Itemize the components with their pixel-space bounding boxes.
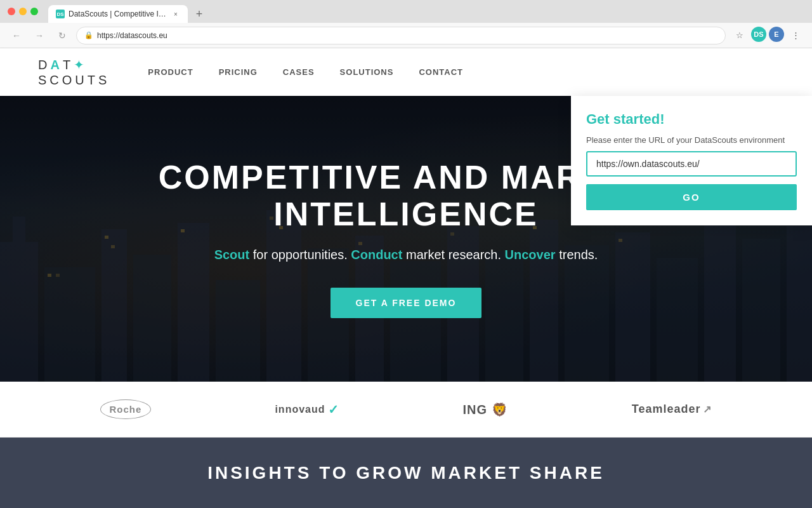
site-nav: DAT✦ SCOUTS PRODUCT PRICING CASES SOLUTI… xyxy=(0,48,812,96)
browser-titlebar: DS DataScouts | Competitive Intel... × + xyxy=(0,0,812,23)
roche-logo: Roche xyxy=(100,399,152,419)
innovaud-logo: innovaud✓ xyxy=(275,402,339,417)
go-button[interactable]: GO xyxy=(586,184,797,210)
nav-cases[interactable]: CASES xyxy=(283,67,315,77)
address-text: https://datascouts.eu xyxy=(97,31,167,40)
hero-uncover: Uncover xyxy=(505,248,556,262)
tab-favicon: DS xyxy=(56,10,65,18)
menu-button[interactable]: ⋮ xyxy=(787,27,804,44)
back-button[interactable]: ← xyxy=(8,27,25,44)
get-demo-button[interactable]: GET A FREE DEMO xyxy=(331,288,482,318)
teamleader-arrow-icon: ↗ xyxy=(703,403,712,415)
nav-contact[interactable]: CONTACT xyxy=(419,67,463,77)
hero-text-2: market research. xyxy=(406,248,505,262)
new-tab-button[interactable]: + xyxy=(190,5,208,23)
website: DAT✦ SCOUTS PRODUCT PRICING CASES SOLUTI… xyxy=(0,48,812,508)
active-tab[interactable]: DS DataScouts | Competitive Intel... × xyxy=(48,5,188,23)
innovaud-check-icon: ✓ xyxy=(328,402,339,417)
popup-label: Please enter the URL of your DataScouts … xyxy=(586,135,797,145)
bottom-title: INSIGHTS TO GROW MARKET SHARE xyxy=(38,463,774,483)
teamleader-logo: Teamleader ↗ xyxy=(632,403,712,416)
get-started-popup: Get started! Please enter the URL of you… xyxy=(571,96,812,225)
traffic-light-green[interactable] xyxy=(30,8,38,15)
bottom-section: INSIGHTS TO GROW MARKET SHARE xyxy=(0,438,812,508)
extension-avatar[interactable]: DS xyxy=(751,27,766,42)
lock-icon: 🔒 xyxy=(84,31,93,39)
browser-chrome: DS DataScouts | Competitive Intel... × +… xyxy=(0,0,812,48)
tab-close-button[interactable]: × xyxy=(171,10,180,18)
clients-bar: Roche innovaud✓ ING 🦁 Teamleader ↗ xyxy=(0,382,812,438)
site-logo[interactable]: DAT✦ SCOUTS xyxy=(38,57,110,88)
traffic-light-yellow[interactable] xyxy=(19,8,27,15)
toolbar-actions: ☆ DS E ⋮ xyxy=(731,27,804,44)
nav-links: PRODUCT PRICING CASES SOLUTIONS CONTACT xyxy=(148,67,463,77)
address-bar[interactable]: 🔒 https://datascouts.eu xyxy=(76,27,726,44)
forward-button[interactable]: → xyxy=(30,27,48,44)
traffic-light-red[interactable] xyxy=(8,8,15,15)
ing-logo: ING 🦁 xyxy=(463,402,508,417)
browser-tabs: DS DataScouts | Competitive Intel... × + xyxy=(48,0,208,23)
hero-text-1: for opportunities. xyxy=(253,248,351,262)
refresh-button[interactable]: ↻ xyxy=(53,27,71,44)
hero-conduct: Conduct xyxy=(351,248,402,262)
profile-avatar-e[interactable]: E xyxy=(769,27,784,42)
hero-scout: Scout xyxy=(214,248,250,262)
hero-text-3: trends. xyxy=(559,248,598,262)
traffic-lights xyxy=(8,8,38,15)
nav-pricing[interactable]: PRICING xyxy=(219,67,258,77)
bookmark-button[interactable]: ☆ xyxy=(731,27,749,44)
nav-product[interactable]: PRODUCT xyxy=(148,67,193,77)
tab-title: DataScouts | Competitive Intel... xyxy=(69,10,167,18)
browser-toolbar: ← → ↻ 🔒 https://datascouts.eu ☆ DS E ⋮ xyxy=(0,23,812,48)
popup-title: Get started! xyxy=(586,111,797,128)
nav-solutions[interactable]: SOLUTIONS xyxy=(340,67,394,77)
hero-subtitle: Scout for opportunities. Conduct market … xyxy=(25,248,787,262)
url-input[interactable] xyxy=(586,151,797,177)
